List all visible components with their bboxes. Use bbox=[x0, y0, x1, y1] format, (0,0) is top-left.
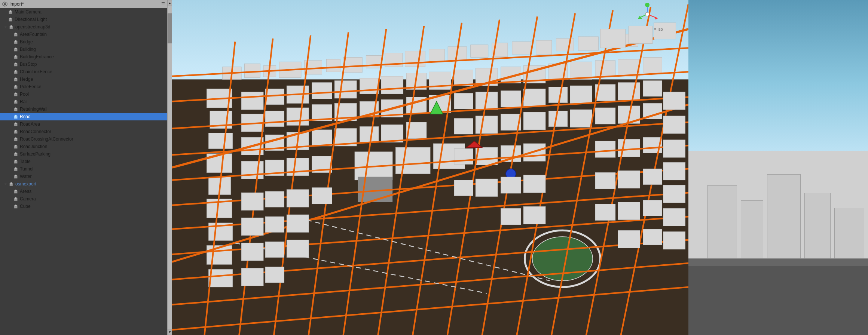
preview-road-edge bbox=[688, 258, 868, 266]
hierarchy-list[interactable]: Main Camera Directional Light▼ openstree… bbox=[0, 8, 167, 335]
scrollbar-thumb[interactable] bbox=[168, 13, 172, 43]
svg-rect-214 bbox=[241, 193, 263, 210]
svg-rect-99 bbox=[536, 40, 552, 54]
item-label-building: Building bbox=[20, 47, 36, 52]
svg-rect-229 bbox=[523, 206, 545, 224]
tree-item-surface-parking[interactable]: SurfaceParking bbox=[0, 150, 167, 158]
menu-icon[interactable]: ☰ bbox=[161, 1, 165, 6]
tree-item-camera[interactable]: Camera bbox=[0, 195, 167, 203]
svg-rect-85 bbox=[245, 64, 260, 77]
svg-rect-233 bbox=[241, 243, 263, 261]
svg-rect-223 bbox=[618, 170, 640, 188]
scrollbar-up-arrow[interactable]: ▲ bbox=[168, 0, 172, 6]
hierarchy-header-title: Import* bbox=[2, 1, 24, 7]
svg-marker-1 bbox=[4, 3, 6, 6]
item-label-openstreetmap3d: openstreetmap3d bbox=[15, 24, 50, 30]
tree-item-bridge[interactable]: Bridge bbox=[0, 38, 167, 46]
tree-item-retaining-wall[interactable]: RetainingWall bbox=[0, 105, 167, 113]
svg-rect-118 bbox=[360, 78, 379, 94]
tree-item-directional-light[interactable]: Directional Light bbox=[0, 16, 167, 23]
item-label-pool: Pool bbox=[20, 92, 29, 97]
cube-icon-cube bbox=[13, 204, 18, 209]
svg-rect-147 bbox=[618, 83, 640, 100]
svg-rect-239 bbox=[265, 267, 284, 283]
cube-icon-main-camera bbox=[8, 10, 13, 15]
city-scene-svg bbox=[172, 0, 688, 335]
item-label-area-fountain: AreaFountain bbox=[20, 32, 47, 37]
main-viewport[interactable]: ≡ Iso bbox=[172, 0, 688, 335]
item-label-directional-light: Directional Light bbox=[15, 17, 47, 22]
tree-item-areas[interactable]: Areas bbox=[0, 188, 167, 195]
svg-rect-117 bbox=[334, 81, 357, 98]
svg-rect-132 bbox=[265, 111, 284, 127]
svg-rect-216 bbox=[287, 190, 309, 207]
tree-item-road-crossing[interactable]: RoadCrossingAtConnector bbox=[0, 135, 167, 143]
window-title: Import* bbox=[9, 1, 24, 7]
item-label-tunnel: Tunnel bbox=[20, 166, 33, 172]
preview-panel bbox=[688, 0, 868, 335]
svg-rect-219 bbox=[476, 179, 498, 196]
tree-item-road-connector[interactable]: RoadConnector bbox=[0, 128, 167, 135]
hierarchy-scrollbar: ▲ ▼ bbox=[167, 0, 172, 335]
menu-lines-icon: ≡ bbox=[654, 27, 656, 31]
tree-item-hedge[interactable]: Hedge bbox=[0, 76, 167, 83]
scrollbar-down-arrow[interactable]: ▼ bbox=[168, 329, 172, 335]
cube-icon-openstreetmap3d bbox=[9, 25, 14, 30]
item-label-cube: Cube bbox=[20, 204, 31, 209]
scene-gizmo[interactable] bbox=[636, 3, 658, 25]
tree-item-road-junction[interactable]: RoadJunction bbox=[0, 143, 167, 150]
tree-item-bus-stop[interactable]: BusStop bbox=[0, 61, 167, 68]
iso-text: Iso bbox=[657, 27, 663, 31]
tree-item-area-fountain[interactable]: AreaFountain bbox=[0, 31, 167, 38]
tree-item-main-camera[interactable]: Main Camera bbox=[0, 8, 167, 16]
tree-item-road-area[interactable]: RoadArea bbox=[0, 120, 167, 128]
svg-rect-222 bbox=[595, 172, 615, 189]
gizmo-svg bbox=[636, 3, 658, 25]
item-label-surface-parking: SurfaceParking bbox=[20, 151, 51, 157]
unity-logo-icon bbox=[2, 1, 7, 7]
svg-rect-127 bbox=[570, 62, 592, 79]
svg-rect-155 bbox=[381, 125, 403, 142]
svg-rect-160 bbox=[523, 112, 545, 130]
preview-building-2 bbox=[741, 200, 763, 268]
svg-rect-113 bbox=[241, 92, 263, 110]
tree-item-road[interactable]: Road bbox=[0, 113, 167, 120]
svg-rect-226 bbox=[265, 216, 284, 232]
toggle-arrow-openstreetmap3d[interactable]: ▼ bbox=[3, 24, 8, 30]
cube-icon-road-area bbox=[13, 122, 18, 127]
svg-rect-243 bbox=[663, 163, 685, 180]
tree-item-pole-fence[interactable]: PoleFence bbox=[0, 83, 167, 90]
toggle-arrow-osmexport[interactable]: ▼ bbox=[3, 181, 8, 187]
tree-item-building[interactable]: Building bbox=[0, 46, 167, 53]
svg-point-256 bbox=[645, 12, 649, 16]
svg-rect-234 bbox=[265, 242, 284, 258]
tree-item-pool[interactable]: Pool bbox=[0, 90, 167, 98]
svg-rect-221 bbox=[523, 175, 545, 193]
svg-rect-93 bbox=[405, 51, 425, 67]
tree-item-rail[interactable]: Rail bbox=[0, 98, 167, 105]
hierarchy-header: Import* ☰ bbox=[0, 0, 167, 8]
tree-item-cube[interactable]: Cube bbox=[0, 203, 167, 210]
svg-rect-101 bbox=[578, 37, 598, 50]
tree-item-tunnel[interactable]: Tunnel bbox=[0, 165, 167, 173]
tree-item-building-entrance[interactable]: BuildingEntrance bbox=[0, 53, 167, 61]
item-label-road: Road bbox=[20, 114, 31, 119]
tree-item-openstreetmap3d[interactable]: ▼ openstreetmap3d bbox=[0, 23, 167, 31]
svg-marker-253 bbox=[655, 16, 658, 19]
svg-rect-112 bbox=[209, 270, 233, 287]
tree-item-water[interactable]: Water bbox=[0, 173, 167, 180]
cube-icon-road-junction bbox=[13, 144, 18, 149]
svg-rect-116 bbox=[312, 83, 332, 99]
svg-rect-180 bbox=[595, 141, 615, 157]
cube-icon-rail bbox=[13, 99, 18, 104]
svg-rect-143 bbox=[523, 89, 545, 107]
tree-item-chain-link-fence[interactable]: ChainLinkFence bbox=[0, 68, 167, 76]
svg-rect-161 bbox=[548, 111, 567, 127]
item-label-hedge: Hedge bbox=[20, 77, 33, 82]
cube-icon-tunnel bbox=[13, 167, 18, 172]
tree-item-osmexport[interactable]: ▼ osmexport bbox=[0, 180, 167, 188]
svg-rect-94 bbox=[429, 49, 445, 62]
tree-item-table[interactable]: Table bbox=[0, 158, 167, 165]
preview-road-strip bbox=[688, 266, 868, 335]
svg-rect-144 bbox=[548, 87, 567, 103]
